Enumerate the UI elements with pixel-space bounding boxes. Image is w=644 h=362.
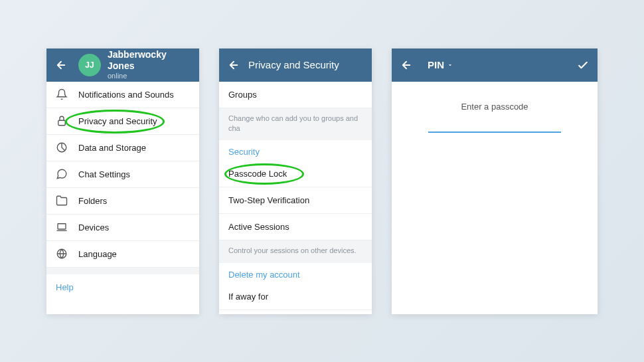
- settings-item-notifications[interactable]: Notifications and Sounds: [46, 82, 199, 108]
- pie-icon: [56, 141, 68, 153]
- help-link[interactable]: Help: [46, 274, 199, 300]
- pin-body: Enter a passcode: [392, 82, 598, 133]
- privacy-header: Privacy and Security: [219, 48, 372, 82]
- item-label: Privacy and Security: [78, 116, 157, 126]
- user-block[interactable]: Jabberwocky Jones online: [108, 49, 193, 80]
- svg-rect-2: [58, 224, 66, 229]
- user-status: online: [108, 72, 193, 80]
- pin-label: PIN: [428, 59, 444, 70]
- privacy-item-groups[interactable]: Groups: [219, 82, 372, 108]
- divider: [46, 268, 199, 274]
- delete-section-header: Delete my account: [219, 263, 372, 284]
- bell-icon: [56, 88, 68, 100]
- arrow-left-icon: [228, 59, 240, 71]
- security-item-twostep[interactable]: Two-Step Verification: [219, 187, 372, 214]
- avatar-initials: JJ: [85, 60, 94, 70]
- sessions-description: Control your sessions on other devices.: [219, 240, 372, 262]
- settings-item-chat[interactable]: Chat Settings: [46, 161, 199, 188]
- settings-item-data[interactable]: Data and Storage: [46, 135, 199, 161]
- security-section-header: Security: [219, 140, 372, 161]
- item-label: Data and Storage: [78, 143, 146, 153]
- security-item-sessions[interactable]: Active Sessions: [219, 214, 372, 240]
- privacy-list: Groups Change who can add you to groups …: [219, 82, 372, 314]
- user-name: Jabberwocky Jones: [108, 49, 193, 72]
- settings-header: JJ Jabberwocky Jones online: [46, 48, 199, 82]
- arrow-left-icon: [55, 59, 67, 71]
- arrow-left-icon: [400, 59, 412, 71]
- item-label: Notifications and Sounds: [78, 90, 174, 100]
- groups-description: Change who can add you to groups and cha: [219, 108, 372, 141]
- pin-screen: PIN Enter a passcode: [392, 48, 598, 314]
- screen-title: Privacy and Security: [248, 59, 365, 70]
- item-label: Devices: [78, 223, 109, 232]
- settings-screen: JJ Jabberwocky Jones online Notification…: [46, 48, 199, 314]
- pin-header: PIN: [392, 48, 598, 82]
- item-label: Two-Step Verification: [228, 195, 309, 205]
- item-label: Passcode Lock: [228, 169, 287, 179]
- avatar[interactable]: JJ: [78, 54, 101, 76]
- item-label: Folders: [78, 196, 107, 206]
- back-button[interactable]: [226, 57, 242, 73]
- passcode-prompt: Enter a passcode: [461, 102, 528, 112]
- settings-list: Notifications and Sounds Privacy and Sec…: [46, 82, 199, 314]
- globe-icon: [56, 248, 68, 260]
- settings-item-privacy[interactable]: Privacy and Security: [46, 108, 199, 135]
- help-label: Help: [56, 282, 74, 292]
- settings-item-folders[interactable]: Folders: [46, 188, 199, 215]
- svg-rect-0: [58, 120, 66, 126]
- confirm-button[interactable]: [575, 57, 591, 73]
- laptop-icon: [56, 221, 68, 233]
- lock-icon: [56, 115, 68, 127]
- chevron-down-icon: [447, 62, 453, 68]
- back-button[interactable]: [398, 57, 414, 73]
- item-label: If away for: [228, 292, 268, 302]
- check-icon: [576, 58, 590, 72]
- item-label: Chat Settings: [78, 169, 130, 179]
- security-item-passcode[interactable]: Passcode Lock: [219, 161, 372, 187]
- settings-item-language[interactable]: Language: [46, 241, 199, 268]
- privacy-screen: Privacy and Security Groups Change who c…: [219, 48, 372, 314]
- folder-icon: [56, 195, 68, 207]
- chat-icon: [56, 168, 68, 180]
- passcode-input[interactable]: [428, 132, 561, 133]
- delete-item-ifaway[interactable]: If away for: [219, 284, 372, 310]
- item-label: Language: [78, 249, 117, 259]
- item-label: Active Sessions: [228, 222, 289, 232]
- item-label: Groups: [228, 90, 257, 100]
- pin-type-selector[interactable]: PIN: [428, 59, 453, 70]
- settings-item-devices[interactable]: Devices: [46, 215, 199, 241]
- back-button[interactable]: [53, 57, 69, 73]
